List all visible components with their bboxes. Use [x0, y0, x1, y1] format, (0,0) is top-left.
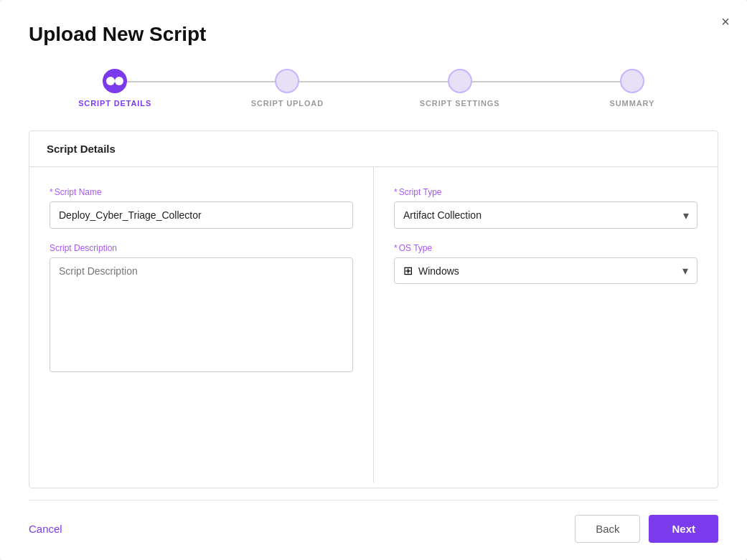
script-name-label: Script Name: [50, 187, 353, 197]
step-label-settings: SCRIPT SETTINGS: [420, 99, 500, 108]
step-upload[interactable]: SCRIPT UPLOAD: [201, 69, 373, 108]
step-circle-details: [103, 69, 127, 93]
script-type-select-wrapper: Artifact Collection Remediation Other ▾: [394, 201, 697, 229]
upload-script-modal: × Upload New Script SCRIPT DETAILS SCRIP…: [0, 0, 747, 560]
step-circle-settings: [448, 69, 472, 93]
script-type-group: Script Type Artifact Collection Remediat…: [394, 187, 697, 229]
os-type-chevron-icon: ▾: [682, 264, 688, 277]
stepper: SCRIPT DETAILS SCRIPT UPLOAD SCRIPT SETT…: [29, 69, 718, 108]
footer-right: Back Next: [575, 515, 718, 543]
step-label-details: SCRIPT DETAILS: [78, 99, 151, 108]
form-card: Script Details Script Name Script Descri…: [29, 130, 718, 488]
script-type-select[interactable]: Artifact Collection Remediation Other: [394, 201, 697, 229]
cancel-button[interactable]: Cancel: [29, 523, 62, 535]
os-type-group: OS Type ⊞ Windows Linux macOS ▾: [394, 243, 697, 284]
os-type-select[interactable]: Windows Linux macOS: [418, 265, 682, 277]
os-type-select-wrapper: ⊞ Windows Linux macOS ▾: [394, 257, 697, 284]
step-circle-summary: [620, 69, 644, 93]
script-name-input[interactable]: [50, 201, 353, 229]
modal-footer: Cancel Back Next: [29, 500, 718, 560]
step-circle-upload: [275, 69, 299, 93]
step-label-upload: SCRIPT UPLOAD: [251, 99, 324, 108]
modal-title: Upload New Script: [29, 23, 718, 46]
step-settings[interactable]: SCRIPT SETTINGS: [374, 69, 546, 108]
script-desc-group: Script Description: [50, 243, 353, 375]
form-right-col: Script Type Artifact Collection Remediat…: [374, 167, 718, 483]
form-card-body: Script Name Script Description Script Ty…: [29, 167, 718, 483]
form-left-col: Script Name Script Description: [29, 167, 374, 483]
script-name-group: Script Name: [50, 187, 353, 229]
back-button[interactable]: Back: [575, 515, 640, 543]
form-card-title: Script Details: [29, 131, 718, 167]
script-type-label: Script Type: [394, 187, 697, 197]
step-summary[interactable]: SUMMARY: [546, 69, 718, 108]
close-button[interactable]: ×: [721, 14, 730, 29]
step-label-summary: SUMMARY: [610, 99, 655, 108]
next-button[interactable]: Next: [649, 515, 718, 543]
os-type-label: OS Type: [394, 243, 697, 253]
step-details[interactable]: SCRIPT DETAILS: [29, 69, 201, 108]
script-desc-label: Script Description: [50, 243, 353, 253]
script-desc-textarea[interactable]: [50, 257, 353, 372]
windows-icon: ⊞: [403, 264, 413, 277]
